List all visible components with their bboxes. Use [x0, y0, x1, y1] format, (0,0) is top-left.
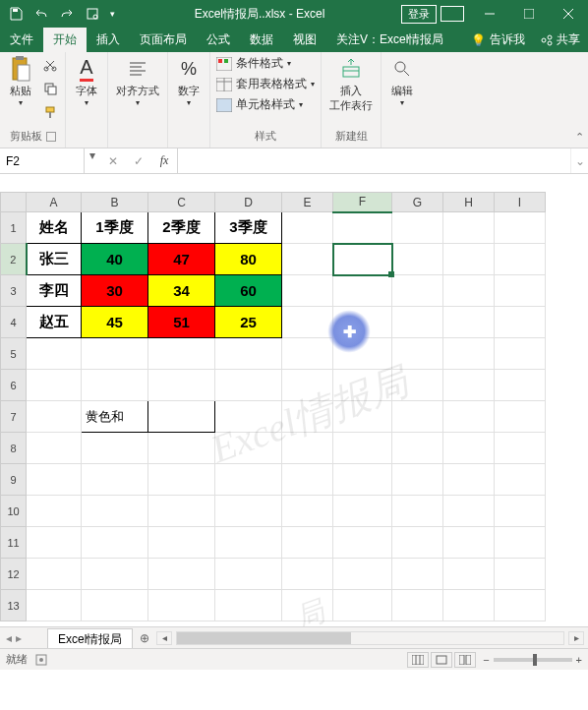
cell-A11[interactable]: [27, 527, 82, 559]
col-header-B[interactable]: B: [82, 193, 148, 212]
cell-G7[interactable]: [392, 401, 443, 433]
name-box[interactable]: F2: [0, 148, 85, 173]
edit-group-button[interactable]: 编辑▾: [385, 54, 419, 109]
ribbon-display-icon[interactable]: [441, 6, 464, 22]
maximize-button[interactable]: [509, 0, 549, 28]
cell-E6[interactable]: [282, 370, 333, 401]
cell-C3[interactable]: 34: [148, 275, 215, 307]
cell-F10[interactable]: [333, 496, 392, 527]
cell-H2[interactable]: [443, 244, 495, 275]
cell-H5[interactable]: [443, 338, 495, 370]
cell-D3[interactable]: 60: [215, 275, 282, 307]
cell-G5[interactable]: [392, 338, 443, 370]
cell-D7[interactable]: [215, 401, 282, 433]
cell-E9[interactable]: [282, 464, 333, 496]
scroll-track[interactable]: [176, 631, 564, 645]
cell-C8[interactable]: [148, 433, 215, 464]
cell-I2[interactable]: [495, 244, 546, 275]
cell-H10[interactable]: [443, 496, 495, 527]
cell-A2[interactable]: 张三: [27, 244, 82, 275]
cell-F2[interactable]: [333, 244, 392, 275]
scroll-left-icon[interactable]: ◂: [156, 631, 172, 645]
tab-view[interactable]: 视图: [283, 28, 326, 52]
tab-insert[interactable]: 插入: [87, 28, 130, 52]
cell-A8[interactable]: [27, 433, 82, 464]
cell-H9[interactable]: [443, 464, 495, 496]
cell-E7[interactable]: [282, 401, 333, 433]
cell-G11[interactable]: [392, 527, 443, 559]
cell-B9[interactable]: [82, 464, 148, 496]
sheet-nav-prev-icon[interactable]: ◂: [6, 631, 12, 645]
cell-C6[interactable]: [148, 370, 215, 401]
cell-I11[interactable]: [495, 527, 546, 559]
redo-icon[interactable]: [55, 2, 79, 26]
login-button[interactable]: 登录: [401, 5, 437, 24]
clipboard-dialog-icon[interactable]: [46, 132, 56, 142]
cell-B12[interactable]: [82, 559, 148, 590]
conditional-formatting-button[interactable]: 条件格式▾: [214, 54, 317, 73]
cell-D9[interactable]: [215, 464, 282, 496]
row-header-11[interactable]: 11: [1, 527, 27, 559]
cell-H12[interactable]: [443, 559, 495, 590]
cell-F1[interactable]: [333, 212, 392, 244]
cell-B11[interactable]: [82, 527, 148, 559]
cell-A10[interactable]: [27, 496, 82, 527]
cell-H11[interactable]: [443, 527, 495, 559]
cell-F12[interactable]: [333, 559, 392, 590]
row-header-6[interactable]: 6: [1, 370, 27, 401]
cell-I3[interactable]: [495, 275, 546, 307]
tab-formulas[interactable]: 公式: [197, 28, 240, 52]
tell-me[interactable]: 💡告诉我: [463, 28, 533, 52]
cell-I13[interactable]: [495, 590, 546, 621]
scroll-thumb[interactable]: [177, 632, 351, 644]
paste-button[interactable]: 粘贴 ▾: [4, 54, 37, 109]
cell-D8[interactable]: [215, 433, 282, 464]
cell-F3[interactable]: [333, 275, 392, 307]
cell-F4[interactable]: [333, 307, 392, 338]
cell-E3[interactable]: [282, 275, 333, 307]
cell-H8[interactable]: [443, 433, 495, 464]
cell-A7[interactable]: [27, 401, 82, 433]
tab-file[interactable]: 文件: [0, 28, 43, 52]
select-all-corner[interactable]: [1, 193, 27, 212]
number-group-button[interactable]: %数字▾: [172, 54, 206, 109]
share-button[interactable]: 共享: [533, 28, 588, 52]
worksheet[interactable]: ABCDEFGHI1姓名1季度2季度3季度2张三4047803李四3034604…: [0, 192, 588, 626]
row-header-4[interactable]: 4: [1, 307, 27, 338]
cell-A12[interactable]: [27, 559, 82, 590]
align-group-button[interactable]: 对齐方式▾: [112, 54, 163, 109]
sheet-tab[interactable]: Excel情报局: [47, 628, 133, 648]
tab-layout[interactable]: 页面布局: [130, 28, 197, 52]
cell-C5[interactable]: [148, 338, 215, 370]
row-header-9[interactable]: 9: [1, 464, 27, 496]
formula-input[interactable]: [178, 148, 570, 173]
cell-E8[interactable]: [282, 433, 333, 464]
cell-F7[interactable]: [333, 401, 392, 433]
cell-F5[interactable]: [333, 338, 392, 370]
tab-data[interactable]: 数据: [240, 28, 283, 52]
cell-D6[interactable]: [215, 370, 282, 401]
row-header-12[interactable]: 12: [1, 559, 27, 590]
cell-B1[interactable]: 1季度: [82, 212, 148, 244]
cell-C4[interactable]: 51: [148, 307, 215, 338]
cell-D4[interactable]: 25: [215, 307, 282, 338]
cell-C9[interactable]: [148, 464, 215, 496]
col-header-G[interactable]: G: [392, 193, 443, 212]
cell-I8[interactable]: [495, 433, 546, 464]
insert-sheetrow-button[interactable]: 插入 工作表行: [325, 54, 377, 115]
cell-E11[interactable]: [282, 527, 333, 559]
cell-G9[interactable]: [392, 464, 443, 496]
cell-A5[interactable]: [27, 338, 82, 370]
cell-F6[interactable]: [333, 370, 392, 401]
cell-G13[interactable]: [392, 590, 443, 621]
row-header-10[interactable]: 10: [1, 496, 27, 527]
zoom-slider[interactable]: [494, 658, 572, 662]
save-icon[interactable]: [4, 2, 28, 26]
cell-D10[interactable]: [215, 496, 282, 527]
cell-H13[interactable]: [443, 590, 495, 621]
cell-A9[interactable]: [27, 464, 82, 496]
row-header-7[interactable]: 7: [1, 401, 27, 433]
cell-C2[interactable]: 47: [148, 244, 215, 275]
cell-B6[interactable]: [82, 370, 148, 401]
cancel-formula-icon[interactable]: ✕: [100, 154, 126, 168]
